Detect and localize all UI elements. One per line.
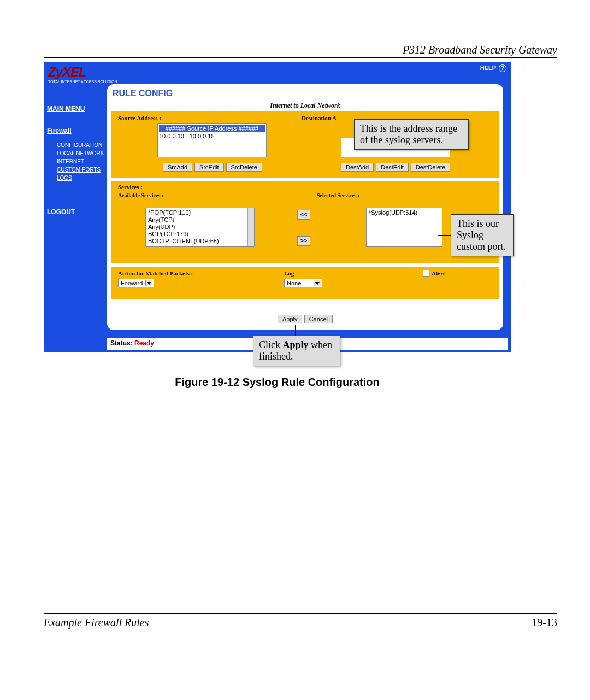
- log-label: Log: [284, 270, 294, 277]
- footer-left: Example Firewall Rules: [44, 616, 149, 629]
- brand-logo: ZyXEL: [48, 64, 86, 80]
- apply-button[interactable]: Apply: [278, 315, 303, 323]
- src-delete-button[interactable]: SrcDelete: [226, 163, 262, 172]
- source-address-list[interactable]: ###### Source IP Address ###### 10.0.0.1…: [157, 123, 267, 157]
- callout-syslog-port: This is our Syslog custom port.: [451, 214, 514, 256]
- dest-edit-button[interactable]: DestEdit: [376, 163, 409, 172]
- source-list-header: ###### Source IP Address ######: [159, 125, 265, 132]
- action-label: Action for Matched Packets :: [118, 270, 193, 277]
- nav-logout[interactable]: LOGOUT: [47, 208, 107, 216]
- screenshot-frame: ZyXEL TOTAL INTERNET ACCESS SOLUTION HEL…: [44, 62, 511, 352]
- nav-local-network[interactable]: LOCAL NETWORK: [57, 150, 107, 156]
- callout-address-range: This is the address range of the syslog …: [354, 119, 469, 150]
- src-edit-button[interactable]: SrcEdit: [194, 163, 223, 172]
- figure-caption: Figure 19-12 Syslog Rule Configuration: [44, 376, 511, 389]
- cancel-button[interactable]: Cancel: [304, 315, 333, 323]
- log-select[interactable]: None: [284, 279, 322, 287]
- callout-apply: Click Apply when finished.: [253, 336, 340, 366]
- connector-line: [438, 235, 451, 236]
- nav-internet[interactable]: INTERNET: [57, 158, 107, 164]
- available-services-list[interactable]: *POP(TCP:110) Any(TCP) Any(UDP) BGP(TCP:…: [145, 208, 255, 247]
- doc-header: P312 Broadband Security Gateway: [44, 44, 557, 58]
- nav-custom-ports[interactable]: CUSTOM PORTS: [57, 167, 107, 173]
- action-value: Forward: [121, 280, 143, 286]
- source-buttons: SrcAdd SrcEdit SrcDelete: [163, 163, 262, 172]
- service-item[interactable]: BGP(TCP:179): [148, 231, 247, 238]
- brand-subtitle: TOTAL INTERNET ACCESS SOLUTION: [48, 80, 117, 84]
- service-item[interactable]: Any(UDP): [148, 223, 247, 231]
- route-label: Internet to Local Network: [107, 102, 503, 110]
- alert-checkbox[interactable]: [423, 270, 429, 277]
- status-label: Status:: [110, 339, 133, 347]
- available-services-label: Available Services :: [118, 192, 163, 198]
- service-item[interactable]: BOOTP_CLIENT(UDP:68): [148, 238, 247, 245]
- nav-logs[interactable]: LOGS: [57, 175, 107, 181]
- dest-add-button[interactable]: DestAdd: [341, 163, 374, 172]
- doc-footer: Example Firewall Rules 19-13: [44, 613, 557, 629]
- service-item[interactable]: *POP(TCP:110): [148, 209, 247, 216]
- selected-services-label: Selected Services :: [317, 192, 359, 198]
- move-left-button[interactable]: <<: [297, 210, 310, 220]
- source-range-item[interactable]: 10.0.0.10 - 10.0.0.15: [159, 133, 265, 140]
- connector-line: [295, 325, 296, 336]
- callout-text: Click: [259, 339, 283, 350]
- move-right-button[interactable]: >>: [297, 236, 310, 246]
- apply-row: Apply Cancel: [107, 315, 503, 323]
- source-address-label: Source Address :: [118, 115, 161, 121]
- services-section: Services : Available Services : Selected…: [111, 181, 499, 263]
- sidebar: MAIN MENU Firewall CONFIGURATION LOCAL N…: [47, 102, 107, 216]
- help-label: HELP: [480, 64, 496, 71]
- footer-right: 19-13: [532, 616, 557, 629]
- action-section: Action for Matched Packets : Forward Log…: [111, 267, 499, 299]
- src-add-button[interactable]: SrcAdd: [163, 163, 192, 172]
- nav-configuration[interactable]: CONFIGURATION: [57, 142, 107, 148]
- services-label: Services :: [118, 184, 143, 190]
- dest-buttons: DestAdd DestEdit DestDelete: [341, 163, 450, 172]
- status-value: Ready: [134, 339, 154, 347]
- scrollbar[interactable]: [247, 208, 254, 246]
- nav-main-menu[interactable]: MAIN MENU: [47, 105, 107, 113]
- action-select[interactable]: Forward: [118, 279, 154, 287]
- nav-firewall[interactable]: Firewall: [47, 127, 107, 134]
- alert-label: Alert: [432, 270, 445, 277]
- service-item[interactable]: *Syslog(UDP:514): [369, 209, 435, 216]
- callout-bold: Apply: [283, 339, 309, 350]
- help-link[interactable]: HELP ?: [480, 64, 506, 72]
- service-item[interactable]: Any(TCP): [148, 216, 247, 223]
- dest-delete-button[interactable]: DestDelete: [411, 163, 450, 172]
- panel-title: RULE CONFIG: [113, 89, 173, 98]
- log-value: None: [287, 280, 301, 286]
- help-icon: ?: [499, 64, 506, 72]
- dest-address-label: Destination A: [302, 115, 337, 121]
- selected-services-list[interactable]: *Syslog(UDP:514): [366, 208, 442, 247]
